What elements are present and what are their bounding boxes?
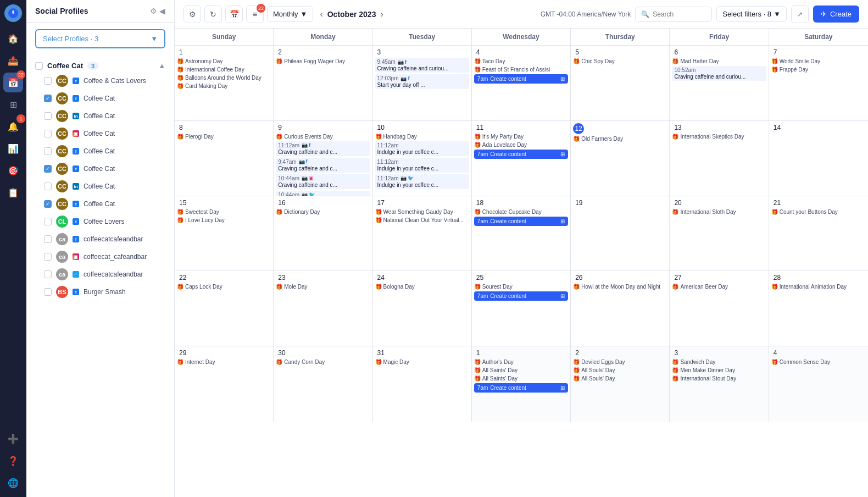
calendar-cell[interactable]: 29🎁Internet Day: [175, 346, 274, 422]
collapse-group-icon[interactable]: ▲: [158, 62, 165, 70]
nav-chart[interactable]: 📊: [3, 139, 23, 158]
calendar-cell[interactable]: 13🎁International Skeptics Day: [670, 121, 769, 196]
calendar-cell[interactable]: 4🎁Taco Day🎁Feast of St Francis of Assisi…: [472, 46, 571, 120]
calendar-cell[interactable]: 2🎁Deviled Eggs Day🎁All Souls' Day🎁All So…: [571, 346, 670, 422]
event-item[interactable]: 10:44am 📷🐦 Craving caffeine and c...: [276, 191, 370, 196]
profile-checkbox[interactable]: [44, 77, 52, 85]
calendar-cell[interactable]: 8🎁Pierogi Day: [175, 121, 274, 196]
calendar-cell[interactable]: 22🎁Caps Lock Day: [175, 271, 274, 346]
nav-grid[interactable]: ⊞: [3, 95, 23, 114]
profile-item[interactable]: ca🐦coffeecatcafeandbar: [35, 266, 165, 283]
calendar-cell[interactable]: 6🎁Mad Hatter Day 10:52am Craving caffein…: [670, 46, 769, 120]
calendar-cell[interactable]: 18🎁Chocolate Cupcake Day7amCreate conten…: [472, 196, 571, 271]
create-content-button[interactable]: 7amCreate content⊞: [474, 74, 568, 84]
nav-send[interactable]: 📤: [3, 51, 23, 70]
calendar-cell[interactable]: 12🎁Old Farmers Day: [571, 121, 670, 196]
calendar-cell[interactable]: 3🎁Sandwich Day🎁Men Make Dinner Day🎁Inter…: [670, 346, 769, 422]
event-item[interactable]: 9:45am 📷f Craving caffeine and curiou...: [375, 58, 469, 73]
select-profiles-button[interactable]: Select Profiles · 3 ▼: [35, 29, 165, 48]
profile-item[interactable]: ✓CCfCoffee Cat: [35, 160, 165, 178]
create-content-button[interactable]: 7amCreate content⊞: [474, 217, 568, 226]
calendar-cell[interactable]: 11🎁It's My Party Day🎁Ada Lovelace Day7am…: [472, 121, 571, 196]
nav-reports[interactable]: 📋: [3, 183, 23, 202]
profile-checkbox[interactable]: ✓: [44, 165, 52, 173]
monthly-view-button[interactable]: Monthly ▼: [267, 6, 313, 22]
nav-add[interactable]: ➕: [3, 429, 23, 449]
profile-item[interactable]: cafcoffeecatcafeandbar: [35, 230, 165, 248]
profile-checkbox[interactable]: [44, 218, 52, 225]
nav-calendar[interactable]: 📅 22: [3, 73, 23, 92]
event-item[interactable]: 11:12am Indulge in your coffee c...: [375, 158, 469, 173]
nav-globe[interactable]: 🌐: [3, 473, 23, 493]
calendar-cell[interactable]: 17🎁Wear Something Gaudy Day🎁National Cle…: [373, 196, 472, 271]
calendar-cell[interactable]: 9🎁Curious Events Day 11:12am 📷f Craving …: [274, 121, 372, 196]
group-checkbox[interactable]: [35, 62, 43, 70]
calendar-cell[interactable]: 21🎁Count your Buttons Day: [769, 196, 868, 271]
collapse-icon[interactable]: ◀: [159, 7, 165, 15]
calendar-cell[interactable]: 1🎁Astronomy Day🎁International Coffee Day…: [175, 46, 274, 120]
profile-checkbox[interactable]: [44, 112, 52, 120]
calendar-cell[interactable]: 30🎁Candy Corn Day: [274, 346, 372, 422]
profile-checkbox[interactable]: [44, 235, 52, 243]
event-item[interactable]: 11:12am 📷f Craving caffeine and c...: [276, 141, 370, 156]
list-view-button[interactable]: ≡ 22: [246, 5, 264, 23]
calendar-cell[interactable]: 31🎁Magic Day: [373, 346, 472, 422]
calendar-cell[interactable]: 26🎁Howl at the Moon Day and Night: [571, 271, 670, 346]
calendar-cell[interactable]: 15🎁Sweetest Day🎁I Love Lucy Day: [175, 196, 274, 271]
event-item[interactable]: 11:12am 📷🐦 Indulge in your coffee c...: [375, 174, 469, 189]
calendar-cell[interactable]: 1🎁Author's Day🎁All Saints' Day🎁All Saint…: [472, 346, 571, 422]
profile-item[interactable]: CCinCoffee Cat: [35, 107, 165, 125]
profile-item[interactable]: CCfCoffee Cat: [35, 142, 165, 160]
calendar-cell[interactable]: 28🎁International Animation Day: [769, 271, 868, 346]
profile-item[interactable]: ✓CCfCoffee Cat: [35, 90, 165, 107]
prev-month-button[interactable]: ‹: [318, 7, 325, 21]
profile-checkbox[interactable]: [44, 147, 52, 155]
calendar-cell[interactable]: 19: [571, 196, 670, 271]
calendar-cell[interactable]: 23🎁Mole Day: [274, 271, 372, 346]
create-content-button[interactable]: 7amCreate content⊞: [474, 150, 568, 159]
next-month-button[interactable]: ›: [378, 7, 385, 21]
profile-checkbox[interactable]: [44, 253, 52, 261]
filter-icon[interactable]: ⚙: [150, 7, 157, 15]
profile-item[interactable]: CCfCoffee & Cats Lovers: [35, 72, 165, 90]
event-item[interactable]: 11:12am Indulge in your coffee c...: [375, 141, 469, 156]
calendar-cell[interactable]: 7🎁World Smile Day🎁Frappé Day: [769, 46, 868, 120]
calendar-cell[interactable]: 25🎁Sourest Day7amCreate content⊞: [472, 271, 571, 346]
event-item[interactable]: 10:44am 📷▣ Craving caffeine and c...: [276, 174, 370, 189]
calendar-cell[interactable]: 3 9:45am 📷f Craving caffeine and curiou.…: [373, 46, 472, 120]
nav-help[interactable]: ❓: [3, 451, 23, 471]
profile-checkbox[interactable]: [44, 288, 52, 296]
profile-checkbox[interactable]: ✓: [44, 95, 52, 102]
calendar-cell[interactable]: 4🎁Common Sense Day: [769, 346, 868, 422]
profile-checkbox[interactable]: ✓: [44, 200, 52, 208]
event-item[interactable]: 9:47am 📷f Craving caffeine and c...: [276, 158, 370, 173]
profile-item[interactable]: ✓CCfCoffee Cat: [35, 195, 165, 213]
calendar-cell[interactable]: 2🎁Phileas Fogg Wager Day: [274, 46, 372, 120]
app-logo[interactable]: [4, 4, 22, 22]
event-item[interactable]: 12:03pm 📷f Start your day off ...: [375, 74, 469, 89]
share-button[interactable]: ↗: [791, 5, 809, 23]
profile-item[interactable]: BSfBurger Smash: [35, 283, 165, 301]
nav-target[interactable]: 🎯: [3, 161, 23, 180]
create-content-button[interactable]: 7amCreate content⊞: [474, 291, 568, 301]
calendar-cell[interactable]: 14: [769, 121, 868, 196]
profile-item[interactable]: ca▣coffeecat_cafeandbar: [35, 248, 165, 266]
calendar-view-button[interactable]: 📅: [225, 5, 243, 23]
profile-item[interactable]: CC▣Coffee Cat: [35, 125, 165, 142]
event-item[interactable]: 10:52am Craving caffeine and curiou...: [672, 66, 766, 81]
nav-home[interactable]: 🏠: [3, 29, 23, 48]
profile-checkbox[interactable]: [44, 270, 52, 278]
create-content-button[interactable]: 7amCreate content⊞: [474, 383, 568, 393]
calendar-cell[interactable]: 20🎁International Sloth Day: [670, 196, 769, 271]
nav-bell[interactable]: 🔔 1: [3, 117, 23, 136]
calendar-cell[interactable]: 16🎁Dictionary Day: [274, 196, 372, 271]
calendar-cell[interactable]: 24🎁Bologna Day: [373, 271, 472, 346]
profile-item[interactable]: CLfCoffee Lovers: [35, 213, 165, 230]
create-button[interactable]: ✈ Create: [813, 5, 859, 23]
search-input[interactable]: [653, 10, 706, 18]
calendar-cell[interactable]: 27🎁American Beer Day: [670, 271, 769, 346]
calendar-cell[interactable]: 5🎁Chic Spy Day: [571, 46, 670, 120]
profile-checkbox[interactable]: [44, 130, 52, 137]
settings-button[interactable]: ⚙: [183, 5, 201, 23]
filter-button[interactable]: Select filters · 8 ▼: [716, 6, 787, 22]
